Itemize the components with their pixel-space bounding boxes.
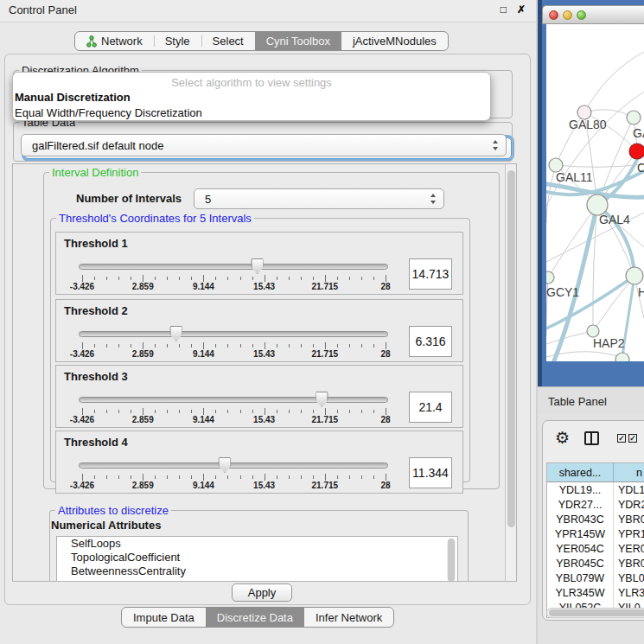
table-row[interactable]: YBL079W YBL0: [547, 571, 644, 585]
threshold-1-slider-thumb[interactable]: [251, 258, 264, 274]
scale-label: 15.43: [253, 349, 275, 359]
tab-select[interactable]: Select: [201, 32, 255, 50]
control-panel: Control Panel □ ✗ Network Style Select: [0, 0, 536, 644]
scale-label: 9.144: [193, 415, 214, 424]
tab-discretize-data-label: Discretize Data: [217, 611, 293, 624]
table-row[interactable]: YDR27... YDR2: [547, 497, 644, 512]
cell: YPR1: [614, 526, 644, 541]
combo-arrows-icon: [430, 194, 437, 204]
node-h: [626, 267, 643, 284]
table-row[interactable]: YER054C YER0: [547, 541, 644, 556]
threshold-3-value-field[interactable]: 21.4: [409, 392, 452, 423]
list-item[interactable]: TopologicalCoefficient: [57, 551, 457, 564]
dropdown-option-equal-width[interactable]: Equal Width/Frequency Discretization: [13, 105, 490, 121]
threshold-1-panel: Threshold 1 -3.426 2.859 9.144 15.43 21.…: [55, 232, 463, 295]
cell: YBL079W: [547, 571, 614, 585]
scale-label: 15.43: [253, 282, 275, 291]
threshold-2-value-field[interactable]: 6.316: [409, 326, 452, 357]
cell: YBR045C: [547, 556, 614, 571]
num-intervals-combobox[interactable]: 5: [194, 188, 444, 209]
cell: YLR345W: [547, 585, 614, 600]
dropdown-option-manual[interactable]: Manual Discretization: [13, 90, 490, 105]
threshold-1-slider-track[interactable]: [79, 264, 388, 270]
scale-label: 28: [380, 349, 390, 359]
list-item[interactable]: SelfLoops: [57, 537, 457, 551]
column-header-name[interactable]: n: [614, 463, 644, 482]
tab-impute-data[interactable]: Impute Data: [122, 608, 206, 627]
tab-infer-network[interactable]: Infer Network: [304, 608, 393, 627]
threshold-2-panel: Threshold 2 -3.426 2.859 9.144 15.43 21.…: [55, 299, 463, 362]
zoom-traffic-light-icon[interactable]: [577, 10, 586, 20]
threshold-4-slider-thumb[interactable]: [218, 457, 231, 473]
table-row[interactable]: YPR145W YPR1: [547, 526, 644, 541]
scale-label: 28: [380, 481, 390, 490]
interval-definition-title: Interval Definition: [49, 166, 141, 179]
list-item[interactable]: BetweennessCentrality: [57, 564, 457, 578]
tab-cyni-toolbox[interactable]: Cyni Toolbox: [255, 32, 341, 50]
gear-icon[interactable]: ⚙: [555, 430, 570, 446]
network-window-titlebar: [542, 5, 644, 24]
threshold-2-slider-track[interactable]: [79, 331, 388, 337]
combo-arrows-icon: [493, 140, 499, 150]
table-row[interactable]: YBR045C YBR0: [547, 556, 644, 571]
table-data-group: Table Data galFiltered.sif default node: [13, 122, 513, 162]
minimize-traffic-light-icon[interactable]: [563, 10, 572, 20]
settings-vertical-scrollbar[interactable]: [505, 164, 517, 581]
cell: YBR0: [614, 556, 644, 571]
table-data-combobox[interactable]: galFiltered.sif default node: [21, 134, 507, 156]
close-traffic-light-icon[interactable]: [549, 10, 558, 20]
table-panel-titlebar: Table Panel: [538, 386, 644, 415]
threshold-4-slider-track[interactable]: [79, 462, 388, 469]
top-tab-bar: Network Style Select Cyni Toolbox jActiv…: [74, 31, 449, 51]
threshold-3-slider-thumb[interactable]: [316, 392, 328, 407]
threshold-4-value-field[interactable]: 11.344: [409, 457, 452, 488]
tab-style[interactable]: Style: [154, 32, 201, 50]
scale-label: 21.715: [312, 415, 339, 424]
tab-discretize-data[interactable]: Discretize Data: [206, 608, 304, 627]
table-panel-title: Table Panel: [548, 395, 607, 408]
float-window-icon[interactable]: □: [501, 3, 507, 16]
cell: YER054C: [547, 541, 614, 556]
node-label-gal11: GAL11: [556, 170, 593, 184]
close-icon[interactable]: ✗: [517, 3, 526, 16]
panel-title: Control Panel: [9, 3, 77, 16]
node-label-gal80: GAL80: [569, 118, 607, 131]
scale-label: 9.144: [193, 282, 214, 291]
scrollbar-thumb[interactable]: [549, 609, 644, 616]
network-graph: [546, 24, 644, 361]
threshold-2-slider-thumb[interactable]: [169, 326, 182, 341]
scale-label: -3.426: [70, 415, 94, 424]
scrollbar-thumb[interactable]: [507, 170, 515, 527]
threshold-coordinates-title: Threshold's Coordinates for 5 Intervals: [56, 212, 254, 225]
table-row[interactable]: YDL19... YDL1: [547, 482, 644, 497]
scale-label: 21.715: [312, 481, 339, 490]
table-horizontal-scrollbar[interactable]: [546, 608, 644, 618]
tab-jactivemnodules-label: jActiveMNodules: [353, 35, 437, 48]
apply-button[interactable]: Apply: [232, 583, 292, 602]
network-canvas[interactable]: GAL80 GA C GAL11 GAL4 GCY1 H HAP2: [546, 24, 644, 361]
tab-network[interactable]: Network: [75, 32, 154, 50]
column-layout-icon[interactable]: [584, 431, 599, 445]
threshold-3-slider-track[interactable]: [79, 397, 388, 403]
cell: YBR043C: [547, 512, 614, 526]
scale-label: 28: [380, 282, 390, 291]
node-attribute-table[interactable]: shared... n YDL19... YDL1 YDR27... YDR2 …: [546, 462, 644, 618]
cell: YDR2: [614, 497, 644, 512]
tab-jactivemnodules[interactable]: jActiveMNodules: [341, 32, 448, 50]
column-header-shared[interactable]: shared...: [547, 463, 614, 482]
threshold-1-label: Threshold 1: [64, 237, 128, 250]
table-row[interactable]: YBR043C YBR0: [547, 512, 644, 526]
dropdown-hint-item: Select algorithm to view settings: [13, 73, 490, 90]
scale-label: 2.859: [132, 282, 154, 291]
table-row[interactable]: YLR345W YLR3: [547, 585, 644, 600]
numerical-attributes-label: Numerical Attributes: [51, 519, 161, 532]
cell: YPR145W: [547, 526, 614, 541]
numerical-attributes-list[interactable]: SelfLoops TopologicalCoefficient Between…: [56, 536, 458, 582]
threshold-1-value-field[interactable]: 14.713: [409, 258, 452, 290]
checkbox-icon[interactable]: ✓: [628, 434, 637, 443]
node-label-c-partial: C: [637, 161, 644, 175]
threshold-3-label: Threshold 3: [64, 370, 128, 383]
table-panel-inner: ⚙ ✓ ✓ shared... n YDL19... YDL1 YDR27...…: [542, 420, 644, 621]
attributes-list-scrollbar[interactable]: [447, 539, 456, 582]
checkbox-icon[interactable]: ✓: [617, 434, 626, 443]
